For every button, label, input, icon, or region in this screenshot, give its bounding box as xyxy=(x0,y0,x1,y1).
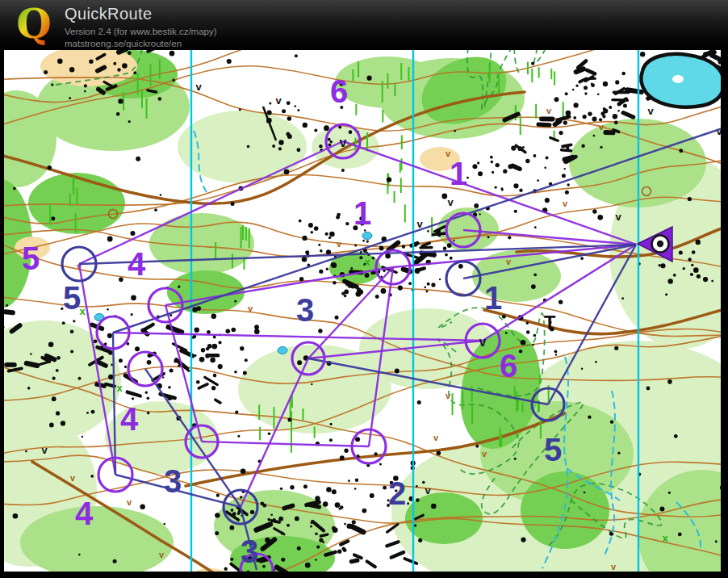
boulder-dot xyxy=(533,154,536,157)
boulder-dot xyxy=(673,274,676,277)
boulder-dot xyxy=(364,273,369,278)
boulder-dot xyxy=(584,492,586,494)
control-number: 2 xyxy=(388,475,406,511)
boulder-dot xyxy=(250,510,254,514)
boulder-dot xyxy=(534,226,537,228)
boulder-dot xyxy=(218,364,223,369)
boulder-dot xyxy=(617,110,620,112)
boulder-dot xyxy=(439,279,441,280)
boulder-dot xyxy=(340,455,345,460)
boulder-dot xyxy=(374,452,378,455)
boulder-dot xyxy=(418,538,422,542)
boulder-dot xyxy=(609,106,612,109)
boulder-dot xyxy=(316,545,320,548)
boulder-dot xyxy=(679,251,683,255)
boulder-dot xyxy=(427,230,429,232)
boulder-dot xyxy=(231,202,235,206)
boulder-dot xyxy=(107,237,113,242)
boulder-dot xyxy=(674,434,678,438)
boulder-dot xyxy=(375,295,379,299)
boulder-dot xyxy=(491,161,494,164)
boulder-dot xyxy=(426,291,429,293)
map-frame-right xyxy=(721,50,728,578)
cliff-mark xyxy=(284,505,292,508)
boulder-dot xyxy=(443,246,447,250)
boulder-dot xyxy=(333,527,338,533)
boulder-dot xyxy=(225,329,230,333)
cliff-v-icon: v xyxy=(416,218,423,230)
boulder-dot xyxy=(521,538,525,542)
boulder-dot xyxy=(584,92,587,94)
boulder-dot xyxy=(591,83,593,86)
boulder-dot xyxy=(367,76,372,81)
boulder-dot xyxy=(147,412,150,415)
boulder-dot xyxy=(359,256,362,259)
boulder-dot xyxy=(280,488,282,490)
boulder-dot xyxy=(116,112,120,116)
boulder-dot xyxy=(592,209,596,213)
boulder-dot xyxy=(603,82,608,86)
boulder-dot xyxy=(416,498,420,502)
boulder-dot xyxy=(113,62,116,65)
boulder-dot xyxy=(314,226,319,231)
boulder-dot xyxy=(211,344,217,350)
header-titles: QuickRoute Version 2.4 (for www.bestik.c… xyxy=(65,5,217,50)
cliff-v-icon: v xyxy=(615,211,621,223)
boulder-dot xyxy=(567,183,569,186)
orienteering-map: vvvvvvvvvvvvvvvvvvvvvvvvxxxxvv6115453162… xyxy=(0,50,728,578)
rootstock-v-icon: v xyxy=(70,473,76,483)
boulder-dot xyxy=(492,171,494,174)
boulder-dot xyxy=(281,558,285,562)
boulder-dot xyxy=(117,68,120,71)
boulder-dot xyxy=(575,85,578,87)
boulder-dot xyxy=(408,282,412,285)
boulder-dot xyxy=(330,140,333,143)
boulder-dot xyxy=(328,237,331,239)
boulder-dot xyxy=(319,144,322,148)
boulder-dot xyxy=(532,344,534,346)
boulder-dot xyxy=(502,315,506,319)
boulder-dot xyxy=(231,328,236,333)
boulder-dot xyxy=(402,245,405,248)
logo-letter: Q xyxy=(16,3,52,48)
control-number: 1 xyxy=(450,156,467,191)
boulder-dot xyxy=(584,86,588,90)
boulder-dot xyxy=(140,505,144,509)
boulder-dot xyxy=(229,526,234,530)
boulder-dot xyxy=(379,246,384,251)
boulder-dot xyxy=(600,146,602,149)
cliff-mark xyxy=(272,521,279,522)
boulder-dot xyxy=(350,267,353,270)
vegetation-patch xyxy=(20,506,174,578)
boulder-dot xyxy=(247,145,250,149)
boulder-dot xyxy=(341,169,345,172)
cliff-v-icon: v xyxy=(647,105,654,117)
orienteering-map-canvas[interactable]: vvvvvvvvvvvvvvvvvvvvvvvvxxxxvv6115453162… xyxy=(0,50,728,578)
boulder-dot xyxy=(691,264,693,266)
boulder-dot xyxy=(215,531,219,535)
boulder-dot xyxy=(278,517,283,521)
boulder-dot xyxy=(554,350,558,354)
boulder-dot xyxy=(427,283,430,286)
boulder-dot xyxy=(667,279,672,283)
rootstock-v-icon: v xyxy=(337,239,342,249)
boulder-dot xyxy=(431,283,435,287)
boulder-dot xyxy=(230,558,233,561)
boulder-dot xyxy=(294,105,296,107)
boulder-dot xyxy=(234,371,237,374)
control-number: 3 xyxy=(296,292,314,328)
boulder-dot xyxy=(90,475,94,478)
boulder-dot xyxy=(337,213,341,217)
boulder-dot xyxy=(326,249,331,254)
boulder-dot xyxy=(544,167,546,170)
boulder-dot xyxy=(450,257,453,260)
boulder-dot xyxy=(73,320,75,322)
boulder-dot xyxy=(78,554,81,556)
control-number: 3 xyxy=(241,534,258,569)
boulder-dot xyxy=(267,518,270,521)
boulder-dot xyxy=(659,506,664,511)
boulder-dot xyxy=(324,125,329,131)
boulder-dot xyxy=(201,348,205,352)
boulder-dot xyxy=(381,288,387,294)
boulder-dot xyxy=(95,340,98,342)
